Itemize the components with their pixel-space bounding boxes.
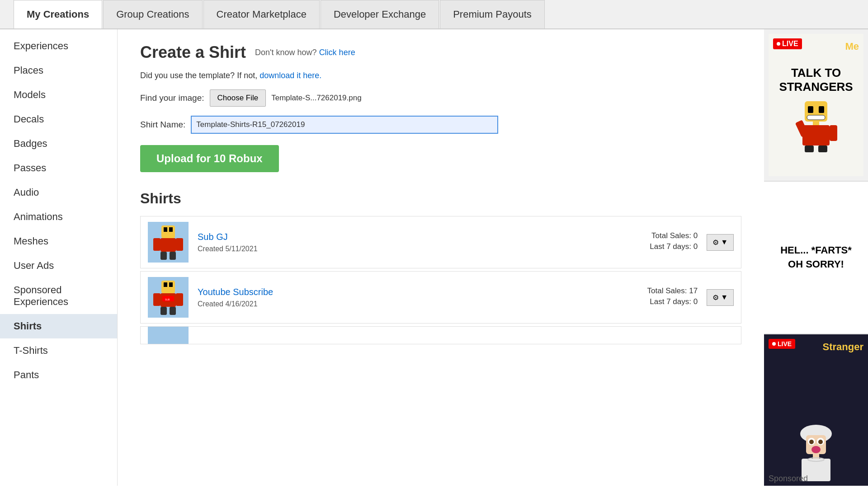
tab-creator-marketplace[interactable]: Creator Marketplace: [203, 0, 320, 28]
svg-rect-4: [176, 238, 183, 251]
gear-icon-2: ⚙: [712, 293, 719, 302]
ad-talk-to-strangers: LIVE Me TALK TOSTRANGERS: [769, 34, 863, 176]
svg-rect-12: [153, 293, 160, 306]
svg-rect-28: [830, 125, 837, 141]
shirt-info-2: Youtube Subscribe Created 4/16/2021: [198, 287, 647, 308]
shirt-actions-1: ⚙ ▼: [707, 234, 734, 251]
live-badge-3: LIVE: [769, 339, 795, 349]
shirt-action-button-2[interactable]: ⚙ ▼: [707, 289, 734, 306]
tab-my-creations[interactable]: My Creations: [14, 0, 102, 28]
sidebar-item-shirts[interactable]: Shirts: [0, 314, 117, 338]
ad-panel-2: HEL... *FARTS* OH SORRY!: [764, 182, 868, 334]
sidebar-item-decals[interactable]: Decals: [0, 107, 117, 131]
shirt-thumbnail-1: [148, 222, 189, 263]
last-7-days-1: Last 7 days: 0: [650, 242, 698, 251]
shirt-stats-1: Total Sales: 0 Last 7 days: 0: [650, 231, 698, 253]
sidebar: Experiences Places Models Decals Badges …: [0, 29, 118, 486]
tab-developer-exchange[interactable]: Developer Exchange: [321, 0, 439, 28]
svg-rect-10: [161, 281, 175, 293]
sidebar-item-t-shirts[interactable]: T-Shirts: [0, 338, 117, 363]
sidebar-item-places[interactable]: Places: [0, 58, 117, 83]
choose-file-button[interactable]: Choose File: [210, 89, 266, 107]
svg-point-35: [809, 440, 814, 444]
me-label: Me: [845, 41, 859, 52]
ad-farts-line2: OH SORRY!: [780, 258, 852, 272]
shirt-name-row: Shirt Name:: [140, 116, 741, 134]
live-label-3: LIVE: [778, 340, 792, 347]
sidebar-item-passes[interactable]: Passes: [0, 156, 117, 180]
ad-panel-1: LIVE Me TALK TOSTRANGERS: [764, 29, 868, 182]
create-shirt-header: Create a Shirt Don't know how? Click her…: [140, 43, 741, 62]
tab-group-creations[interactable]: Group Creations: [103, 0, 202, 28]
shirt-actions-2: ⚙ ▼: [707, 289, 734, 306]
live-label-1: LIVE: [782, 40, 798, 48]
shirt-name-link-2[interactable]: Youtube Subscribe: [198, 287, 647, 297]
upload-button[interactable]: Upload for 10 Robux: [140, 145, 279, 172]
live-dot-3: [772, 342, 776, 346]
sidebar-item-sponsored-experiences[interactable]: Sponsored Experiences: [0, 278, 117, 314]
svg-rect-7: [164, 227, 167, 232]
svg-rect-1: [161, 225, 175, 238]
svg-rect-20: [148, 326, 189, 344]
download-link[interactable]: download it here.: [259, 71, 321, 80]
svg-rect-16: [164, 282, 167, 287]
sidebar-item-badges[interactable]: Badges: [0, 131, 117, 156]
total-sales-1: Total Sales: 0: [650, 231, 698, 240]
sidebar-item-audio[interactable]: Audio: [0, 180, 117, 205]
click-here-link[interactable]: Click here: [319, 48, 355, 57]
stranger-label: Stranger: [823, 341, 863, 353]
total-sales-2: Total Sales: 17: [647, 286, 698, 296]
ad-farts-line1: HEL... *FARTS*: [780, 244, 852, 258]
shirt-stats-2: Total Sales: 17 Last 7 days: 0: [647, 286, 698, 308]
shirt-item: Sub GJ Created 5/11/2021 Total Sales: 0 …: [140, 216, 741, 268]
ad-farts: HEL... *FARTS* OH SORRY!: [769, 186, 863, 328]
gear-icon: ⚙: [712, 238, 719, 247]
shirt-name-link-1[interactable]: Sub GJ: [198, 232, 650, 242]
svg-rect-22: [808, 106, 813, 113]
template-notice: Did you use the template? If not, downlo…: [140, 71, 741, 80]
sidebar-item-animations[interactable]: Animations: [0, 205, 117, 229]
svg-rect-25: [813, 122, 819, 125]
svg-rect-2: [160, 238, 176, 252]
svg-rect-13: [176, 293, 183, 306]
top-nav: My Creations Group Creations Creator Mar…: [0, 0, 868, 29]
right-sidebar: LIVE Me TALK TOSTRANGERS: [764, 29, 868, 486]
main-layout: Experiences Places Models Decals Badges …: [0, 29, 868, 486]
shirt-action-button-1[interactable]: ⚙ ▼: [707, 234, 734, 251]
sponsored-text: Sponsored: [769, 474, 808, 483]
svg-rect-3: [153, 238, 160, 251]
shirt-item-3: [140, 326, 741, 344]
sidebar-item-meshes[interactable]: Meshes: [0, 229, 117, 253]
shirt-created-2: Created 4/16/2021: [198, 300, 258, 308]
sidebar-item-pants[interactable]: Pants: [0, 363, 117, 387]
live-dot-1: [777, 42, 780, 46]
svg-rect-29: [805, 145, 814, 152]
shirt-name-input[interactable]: [191, 116, 498, 134]
dont-know-text: Don't know how? Click here: [255, 48, 355, 57]
shirt-thumbnail-3: [148, 326, 189, 344]
ad-character-1: [793, 99, 839, 144]
svg-text:SUB: SUB: [165, 298, 170, 301]
last-7-days-2: Last 7 days: 0: [647, 297, 698, 306]
tab-premium-payouts[interactable]: Premium Payouts: [440, 0, 545, 28]
find-image-label: Find your image:: [140, 93, 204, 103]
live-badge-1: LIVE: [773, 38, 802, 49]
file-name-display: Template-S...7262019.png: [271, 94, 361, 103]
shirt-item-2: SUB Youtube Subscribe Created 4/16/2021 …: [140, 271, 741, 324]
ad-talk-title: TALK TOSTRANGERS: [779, 66, 853, 94]
shirts-heading: Shirts: [140, 190, 741, 207]
sidebar-item-user-ads[interactable]: User Ads: [0, 253, 117, 278]
sidebar-item-models[interactable]: Models: [0, 83, 117, 107]
svg-rect-15: [170, 307, 176, 315]
find-image-row: Find your image: Choose File Template-S.…: [140, 89, 741, 107]
sidebar-item-experiences[interactable]: Experiences: [0, 34, 117, 58]
svg-rect-5: [160, 252, 167, 260]
shirt-info-1: Sub GJ Created 5/11/2021: [198, 232, 650, 253]
svg-point-37: [811, 446, 821, 453]
create-shirt-title: Create a Shirt: [140, 43, 246, 62]
dropdown-arrow-icon-2: ▼: [721, 293, 728, 301]
dropdown-arrow-icon: ▼: [721, 238, 728, 246]
svg-rect-6: [170, 252, 176, 260]
shirt-name-label: Shirt Name:: [140, 120, 185, 130]
svg-rect-14: [160, 307, 167, 315]
